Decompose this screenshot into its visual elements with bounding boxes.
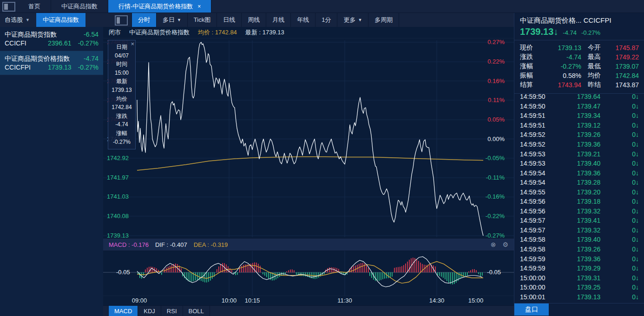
tick-price: 1739.32 [560,226,618,234]
tick-time: 14:59:52 [520,131,560,138]
toolbar-button-分时[interactable]: 分时 [131,13,156,27]
toolbar-button-多日[interactable]: 多日▼ [156,13,187,27]
tick-row: 14:59:501739.640↓ [514,92,644,102]
time-axis: 09:0010:0010:1511:3014:3015:00 [103,296,514,305]
tick-time: 14:59:57 [520,226,560,234]
tab-close-icon[interactable]: × [197,3,201,10]
top-tab-1[interactable]: 中证商品指数 [51,0,108,13]
tick-volume: 0↓ [618,93,639,100]
orderbook-tab-button[interactable]: 盘口 [514,303,549,316]
time-axis-label: 14:30 [429,297,445,304]
indicator-tab-BOLL[interactable]: BOLL [183,306,210,316]
instrument-price: 2396.61 [39,39,72,48]
toolbar-button-Tick图[interactable]: Tick图 [187,13,217,27]
tooltip-label: 涨幅 [108,129,135,138]
indicator-tab-KDJ[interactable]: KDJ [138,306,161,316]
indicator-tab-MACD[interactable]: MACD [108,306,138,316]
toolbar-button-年线[interactable]: 年线 [290,13,315,27]
tick-row: 14:59:541739.360↓ [514,168,644,178]
toolbar-button-月线[interactable]: 月线 [266,13,290,27]
quote-field-value: 1745.87 [609,44,639,52]
tick-time: 14:59:50 [520,93,560,100]
quote-last-price: 1739.13↓ [520,26,558,37]
quote-field-value: 1743.94 [541,81,581,89]
tick-volume: 0↓ [618,169,639,177]
tick-time: 14:59:58 [520,236,560,243]
watchlist-item-CCICFPI[interactable]: 中证商品期货价格指数-4.74CCICFPI1739.13-0.27% [0,51,103,75]
instrument-code: CCICFPI [5,63,39,72]
quote-field-value: 1739.13 [541,44,581,52]
tick-time: 14:59:58 [520,245,560,253]
quote-field-label: 均价 [588,71,609,80]
toolbar-button-日线[interactable]: 日线 [217,13,241,27]
tick-price: 1739.40 [560,160,618,167]
time-and-sales-list[interactable]: 14:59:501739.640↓14:59:501739.470↓14:59:… [514,92,644,303]
price-axis-label: 1741.03 [107,193,129,200]
tick-price: 1739.64 [560,93,618,100]
toolbar-button-1分[interactable]: 1分 [315,13,337,27]
tick-row: 14:59:561739.320↓ [514,206,644,216]
toolbar-button-周线[interactable]: 周线 [241,13,266,27]
top-tab-2[interactable]: 行情-中证商品期货价格指数× [108,0,211,13]
tick-price: 1739.21 [560,150,618,158]
tick-row: 14:59:561739.180↓ [514,197,644,206]
toolbar-button-更多[interactable]: 更多▼ [337,13,368,27]
index-group-button[interactable]: 中证商品指数 [36,13,85,27]
tick-price: 1739.28 [560,179,618,186]
tick-time: 14:59:53 [520,150,560,158]
intraday-price-chart[interactable]: 1748.611747.661746.711745.771744.821743.… [103,39,514,238]
tick-price: 1739.13 [560,293,618,301]
tick-price: 1739.29 [560,264,618,272]
indicator-close-icon[interactable]: ⊗ [491,241,496,248]
tick-time: 14:59:52 [520,141,560,148]
instrument-name: 中证商品期货指数 [5,30,57,39]
tick-volume: 0↓ [618,150,639,158]
tick-volume: 0↓ [618,112,639,119]
macd-header-bar: MACD : -0.176 DIF : -0.407 DEA : -0.319 … [103,238,514,251]
tick-volume: 0↓ [618,255,639,263]
top-tab-0[interactable]: 首页 [18,0,51,13]
tick-row: 14:59:571739.410↓ [514,216,644,226]
tick-volume: 0↓ [618,122,639,129]
percent-axis-label: 0.16% [487,77,505,85]
time-axis-label: 10:00 [222,297,237,304]
tick-row: 15:00:001739.250↓ [514,283,644,292]
tick-row: 14:59:541739.280↓ [514,178,644,187]
toolbar-button-多周期[interactable]: 多周期 [368,13,399,27]
percent-axis-label: 0.27% [487,39,505,46]
window-panel-toggle-icon[interactable] [2,2,15,12]
tick-time: 14:59:51 [520,122,560,129]
top-tab-bar: 首页中证商品指数行情-中证商品期货价格指数× [0,0,644,13]
index-group-label: 中证商品指数 [43,16,79,24]
indicator-settings-gear-icon[interactable]: ⚙ [502,241,508,248]
quote-field-label: 振幅 [520,71,541,80]
tick-time: 14:59:50 [520,103,560,110]
quote-panel-footer: 盘口 [514,303,644,316]
instrument-price: 1739.13 [39,63,72,72]
chevron-down-icon: ▼ [358,18,362,22]
tick-time: 14:59:59 [520,255,560,263]
chevron-down-icon: ▼ [26,18,30,22]
instrument-change: -4.74 [84,54,99,63]
tick-row: 14:59:591739.290↓ [514,264,644,273]
percent-axis-label: 0.11% [488,97,505,104]
tick-row: 14:59:581739.260↓ [514,245,644,254]
macd-indicator-pane[interactable]: -0.05 -0.05 [103,251,514,296]
quote-detail-grid: 现价1739.13今开1745.87涨跌-4.74最高1749.22涨幅-0.2… [514,40,644,94]
tooltip-close-icon[interactable]: × [131,40,134,47]
watchlist-item-CCICFI[interactable]: 中证商品期货指数-6.54CCICFI2396.61-0.27% [0,27,103,51]
tick-time: 15:00:00 [520,284,560,291]
panel-left-toggle-icon[interactable] [115,15,128,26]
tick-volume: 0↓ [618,160,639,167]
percent-axis-label: -0.22% [486,213,505,220]
tick-time: 14:59:53 [520,160,560,167]
tick-price: 1739.26 [560,131,618,138]
indicator-tab-RSI[interactable]: RSI [161,306,183,316]
instrument-change: -6.54 [84,30,99,39]
tooltip-value: 15:00 [108,69,135,77]
tick-price: 1739.41 [560,217,618,224]
quote-field-value: -4.74 [541,53,581,61]
percent-axis-label: -0.05% [486,155,505,162]
macd-axis-right-value: -0.05 [487,269,501,276]
watchlist-dropdown[interactable]: 自选股 ▼ [0,13,34,27]
